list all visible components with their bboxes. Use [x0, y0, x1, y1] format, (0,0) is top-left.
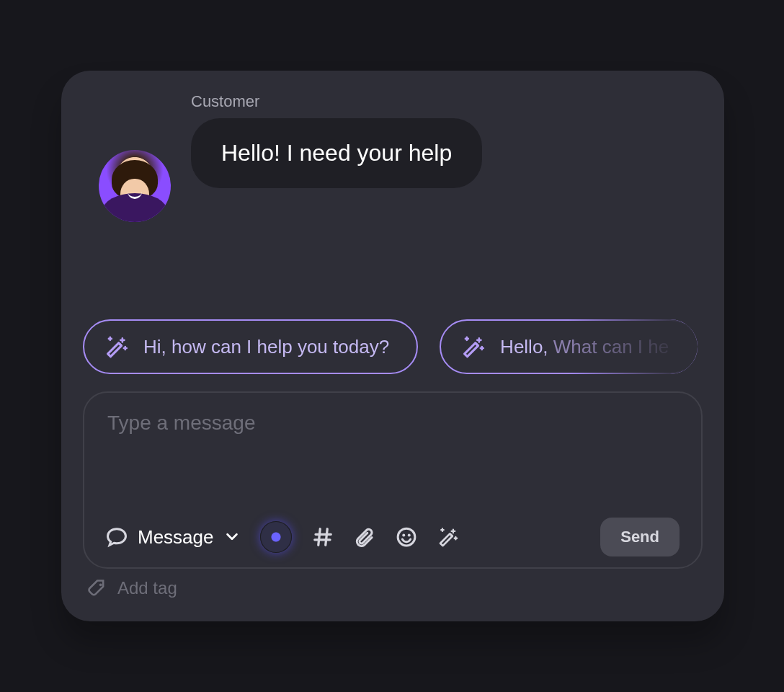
add-tag-button[interactable]: Add tag: [87, 578, 177, 598]
suggestion-text: Hi, how can I help you today?: [143, 336, 389, 358]
suggestion-row: Hi, how can I help you today? Hello, Wha…: [83, 319, 698, 374]
suggestion-chip[interactable]: Hello, What can I he: [440, 319, 698, 374]
send-button[interactable]: Send: [600, 518, 680, 556]
sender-label: Customer: [191, 92, 259, 111]
add-tag-label: Add tag: [117, 578, 177, 598]
paperclip-icon[interactable]: [354, 526, 375, 548]
composer: Message Send: [83, 391, 703, 569]
message-input[interactable]: [106, 410, 680, 517]
message-type-label: Message: [138, 526, 214, 549]
magic-wand-icon[interactable]: [437, 526, 459, 548]
chevron-down-icon: [224, 529, 240, 545]
suggestion-text: Hello, What can I he: [500, 336, 669, 358]
message-type-selector[interactable]: Message: [106, 526, 240, 549]
hash-icon[interactable]: [312, 526, 334, 548]
avatar: [99, 150, 171, 222]
chat-bubble-icon: [106, 526, 128, 548]
message-bubble: Hello! I need your help: [191, 118, 482, 188]
composer-toolbar: Message Send: [106, 517, 680, 557]
magic-wand-icon: [104, 334, 129, 359]
chat-panel: Customer Hello! I need your help Hi, how…: [61, 71, 724, 621]
suggestion-chip[interactable]: Hi, how can I help you today?: [83, 319, 418, 374]
voice-icon[interactable]: [260, 521, 292, 553]
tag-icon: [87, 578, 107, 598]
magic-wand-icon: [461, 334, 486, 359]
emoji-icon[interactable]: [396, 526, 417, 548]
